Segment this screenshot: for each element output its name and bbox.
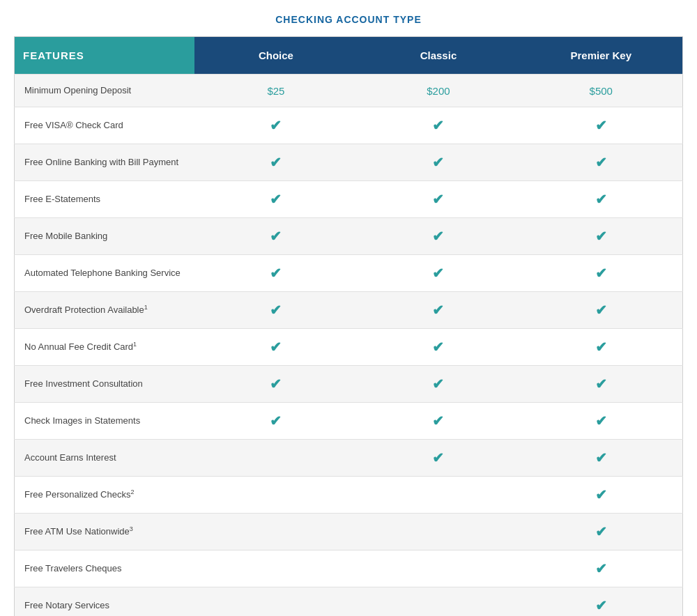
th-premier: Premier Key [519,37,682,75]
feature-cell: Account Earns Interest [15,440,195,477]
choice-cell: ✔ [194,255,357,292]
table-row: Free Travelers Cheques✔ [15,550,683,587]
premier-cell: ✔ [519,550,682,587]
feature-cell: Free Personalized Checks2 [15,477,195,514]
feature-cell: Minimum Opening Deposit [15,75,195,107]
premier-cell: ✔ [519,144,682,181]
premier-cell: ✔ [519,107,682,144]
feature-cell: Free ATM Use Nationwide3 [15,514,195,550]
choice-cell: $25 [194,75,357,107]
feature-cell: Check Images in Statements [15,403,195,440]
choice-cell: ✔ [194,218,357,255]
classic-cell [357,587,519,616]
table-row: Check Images in Statements✔✔✔ [15,403,683,440]
choice-cell [194,440,357,477]
th-choice: Choice [194,37,357,75]
classic-cell: ✔ [357,107,519,144]
feature-cell: Free VISA® Check Card [15,107,195,144]
section-title: CHECKING ACCOUNT TYPE [14,14,683,25]
feature-cell: Overdraft Protection Available1 [15,292,195,329]
feature-cell: Free E-Statements [15,181,195,218]
premier-cell: ✔ [519,329,682,366]
table-row: Minimum Opening Deposit$25$200$500 [15,75,683,107]
choice-cell [194,477,357,514]
premier-cell: ✔ [519,440,682,477]
premier-cell: ✔ [519,218,682,255]
table-row: Free VISA® Check Card✔✔✔ [15,107,683,144]
premier-cell: ✔ [519,366,682,403]
table-row: Free Personalized Checks2✔ [15,477,683,514]
table-row: Free Online Banking with Bill Payment✔✔✔ [15,144,683,181]
premier-cell: ✔ [519,477,682,514]
choice-cell: ✔ [194,403,357,440]
classic-cell: ✔ [357,366,519,403]
premier-cell: ✔ [519,255,682,292]
choice-cell: ✔ [194,144,357,181]
choice-cell: ✔ [194,329,357,366]
table-row: Free Notary Services✔ [15,587,683,616]
premier-cell: ✔ [519,181,682,218]
choice-cell: ✔ [194,181,357,218]
classic-cell: ✔ [357,255,519,292]
table-row: Automated Telephone Banking Service✔✔✔ [15,255,683,292]
table-body: Minimum Opening Deposit$25$200$500Free V… [15,75,683,617]
classic-cell: ✔ [357,329,519,366]
classic-cell: $200 [357,75,519,107]
premier-cell: ✔ [519,403,682,440]
choice-cell: ✔ [194,292,357,329]
premier-cell: ✔ [519,514,682,550]
table-header-row: FEATURES Choice Classic Premier Key [15,37,683,75]
premier-cell: $500 [519,75,682,107]
classic-cell: ✔ [357,403,519,440]
table-row: Account Earns Interest✔✔ [15,440,683,477]
feature-cell: Free Mobile Banking [15,218,195,255]
classic-cell: ✔ [357,218,519,255]
table-row: Free E-Statements✔✔✔ [15,181,683,218]
th-classic: Classic [357,37,519,75]
th-features: FEATURES [15,37,195,75]
classic-cell [357,550,519,587]
table-row: Free Investment Consultation✔✔✔ [15,366,683,403]
feature-cell: Free Travelers Cheques [15,550,195,587]
table-row: Free ATM Use Nationwide3✔ [15,514,683,550]
classic-cell: ✔ [357,181,519,218]
feature-cell: No Annual Fee Credit Card1 [15,329,195,366]
page-wrapper: CHECKING ACCOUNT TYPE FEATURES Choice Cl… [0,0,697,616]
choice-cell: ✔ [194,107,357,144]
table-row: No Annual Fee Credit Card1✔✔✔ [15,329,683,366]
table-row: Free Mobile Banking✔✔✔ [15,218,683,255]
classic-cell: ✔ [357,440,519,477]
feature-cell: Free Online Banking with Bill Payment [15,144,195,181]
classic-cell: ✔ [357,292,519,329]
choice-cell: ✔ [194,366,357,403]
comparison-table: FEATURES Choice Classic Premier Key Mini… [14,36,683,616]
premier-cell: ✔ [519,587,682,616]
premier-cell: ✔ [519,292,682,329]
choice-cell [194,550,357,587]
classic-cell [357,514,519,550]
choice-cell [194,587,357,616]
choice-cell [194,514,357,550]
feature-cell: Free Notary Services [15,587,195,616]
feature-cell: Automated Telephone Banking Service [15,255,195,292]
classic-cell [357,477,519,514]
table-row: Overdraft Protection Available1✔✔✔ [15,292,683,329]
feature-cell: Free Investment Consultation [15,366,195,403]
classic-cell: ✔ [357,144,519,181]
